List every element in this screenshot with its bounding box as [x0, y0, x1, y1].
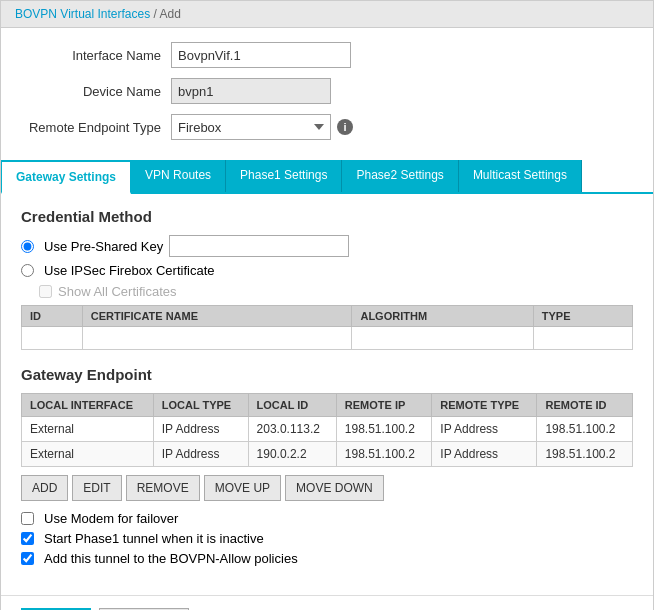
start-phase1-label: Start Phase1 tunnel when it is inactive	[44, 531, 264, 546]
bottom-bar: SAVE CANCEL	[1, 595, 653, 610]
gw-col-local-interface: LOCAL INTERFACE	[22, 394, 154, 417]
interface-name-label: Interface Name	[21, 48, 171, 63]
table-row: ExternalIP Address203.0.113.2198.51.100.…	[22, 417, 633, 442]
device-name-label: Device Name	[21, 84, 171, 99]
gw-col-local-type: LOCAL TYPE	[153, 394, 248, 417]
tab-gateway-settings[interactable]: Gateway Settings	[1, 160, 131, 194]
psk-input[interactable]	[169, 235, 349, 257]
gateway-btn-row: ADD EDIT REMOVE MOVE UP MOVE DOWN	[21, 475, 633, 501]
show-all-cert-checkbox[interactable]	[39, 285, 52, 298]
add-tunnel-label: Add this tunnel to the BOVPN-Allow polic…	[44, 551, 298, 566]
device-name-input[interactable]	[171, 78, 331, 104]
interface-name-row: Interface Name	[21, 42, 633, 68]
breadcrumb-link[interactable]: BOVPN Virtual Interfaces	[15, 7, 150, 21]
tab-vpn-routes[interactable]: VPN Routes	[131, 160, 226, 192]
use-psk-radio[interactable]	[21, 240, 34, 253]
remote-endpoint-row: Remote Endpoint Type Firebox Cloud VPN o…	[21, 114, 633, 140]
use-psk-row: Use Pre-Shared Key	[21, 235, 633, 257]
cert-col-algorithm: ALGORITHM	[352, 306, 533, 327]
use-modem-checkbox[interactable]	[21, 512, 34, 525]
cert-col-id: ID	[22, 306, 83, 327]
move-up-button[interactable]: MOVE UP	[204, 475, 281, 501]
start-phase1-row: Start Phase1 tunnel when it is inactive	[21, 531, 633, 546]
gw-col-remote-ip: REMOTE IP	[336, 394, 432, 417]
tab-phase2-settings[interactable]: Phase2 Settings	[342, 160, 458, 192]
cert-col-name: CERTIFICATE NAME	[82, 306, 352, 327]
start-phase1-checkbox[interactable]	[21, 532, 34, 545]
remove-button[interactable]: REMOVE	[126, 475, 200, 501]
gw-col-local-id: LOCAL ID	[248, 394, 336, 417]
form-area: Interface Name Device Name Remote Endpoi…	[1, 28, 653, 160]
breadcrumb: BOVPN Virtual Interfaces / Add	[1, 1, 653, 28]
device-name-row: Device Name	[21, 78, 633, 104]
show-all-cert-row: Show All Certificates	[39, 284, 633, 299]
show-all-cert-label: Show All Certificates	[58, 284, 177, 299]
tab-phase1-settings[interactable]: Phase1 Settings	[226, 160, 342, 192]
breadcrumb-current: Add	[160, 7, 181, 21]
credential-method-title: Credential Method	[21, 208, 633, 225]
interface-name-input[interactable]	[171, 42, 351, 68]
add-tunnel-row: Add this tunnel to the BOVPN-Allow polic…	[21, 551, 633, 566]
use-psk-label: Use Pre-Shared Key	[44, 239, 163, 254]
use-cert-label: Use IPSec Firebox Certificate	[44, 263, 215, 278]
gateway-endpoint-title: Gateway Endpoint	[21, 366, 633, 383]
tab-content: Credential Method Use Pre-Shared Key Use…	[1, 194, 653, 585]
cert-table: ID CERTIFICATE NAME ALGORITHM TYPE	[21, 305, 633, 350]
options-section: Use Modem for failover Start Phase1 tunn…	[21, 511, 633, 566]
use-modem-label: Use Modem for failover	[44, 511, 178, 526]
gateway-table: LOCAL INTERFACE LOCAL TYPE LOCAL ID REMO…	[21, 393, 633, 467]
add-button[interactable]: ADD	[21, 475, 68, 501]
use-modem-row: Use Modem for failover	[21, 511, 633, 526]
use-cert-row: Use IPSec Firebox Certificate	[21, 263, 633, 278]
use-cert-radio[interactable]	[21, 264, 34, 277]
info-icon[interactable]: i	[337, 119, 353, 135]
remote-endpoint-select-wrapper: Firebox Cloud VPN or Third-Party Gateway…	[171, 114, 353, 140]
cert-col-type: TYPE	[533, 306, 632, 327]
gw-col-remote-type: REMOTE TYPE	[432, 394, 537, 417]
remote-endpoint-label: Remote Endpoint Type	[21, 120, 171, 135]
cert-empty-row	[22, 327, 633, 350]
gateway-endpoint-section: Gateway Endpoint LOCAL INTERFACE LOCAL T…	[21, 366, 633, 501]
gw-col-remote-id: REMOTE ID	[537, 394, 633, 417]
table-row: ExternalIP Address190.0.2.2198.51.100.2I…	[22, 442, 633, 467]
add-tunnel-checkbox[interactable]	[21, 552, 34, 565]
edit-button[interactable]: EDIT	[72, 475, 121, 501]
tabs-bar: Gateway Settings VPN Routes Phase1 Setti…	[1, 160, 653, 194]
move-down-button[interactable]: MOVE DOWN	[285, 475, 384, 501]
tab-multicast-settings[interactable]: Multicast Settings	[459, 160, 582, 192]
remote-endpoint-select[interactable]: Firebox Cloud VPN or Third-Party Gateway	[171, 114, 331, 140]
